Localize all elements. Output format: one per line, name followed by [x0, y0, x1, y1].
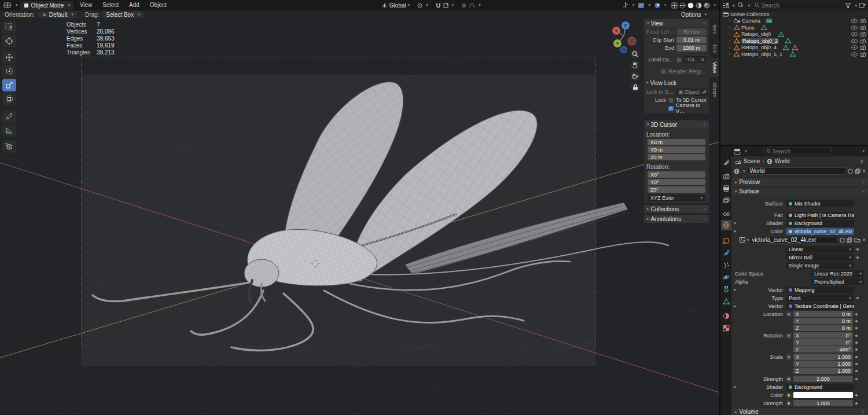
open-folder-icon[interactable] — [854, 237, 860, 243]
display-mode-icon[interactable] — [722, 2, 729, 9]
mesh-data-icon[interactable] — [785, 38, 791, 43]
properties-options-caret[interactable]: ▾ — [862, 149, 865, 153]
keyframe-decorator[interactable] — [786, 311, 792, 317]
hide-eye-icon[interactable] — [851, 45, 858, 50]
volume-panel-header[interactable]: ▸Volume≡ — [731, 407, 868, 415]
properties-search-input[interactable] — [773, 148, 829, 155]
cursor-loc-x[interactable]: X0 m — [648, 139, 705, 145]
collections-panel-header[interactable]: ▸Collections≡ — [644, 205, 709, 213]
mesh-extra-icon[interactable] — [792, 45, 798, 50]
tab-view-layer[interactable] — [721, 196, 731, 206]
shader1-field[interactable]: Background — [786, 220, 854, 227]
shading-rendered-icon[interactable] — [704, 2, 710, 9]
to-3d-cursor-checkbox[interactable] — [668, 98, 674, 103]
type-dropdown[interactable]: Point▾ — [786, 295, 854, 302]
breadcrumb-world[interactable]: World — [775, 158, 790, 164]
tab-object-data[interactable] — [721, 296, 731, 307]
unlink-icon[interactable]: × — [862, 168, 866, 174]
outliner-row-retopo-obj0-4[interactable]: › Retopo_obj0_4 — [720, 45, 868, 52]
color1-field[interactable]: victoria_curve_02_4k.exr — [786, 228, 854, 235]
magnet-icon[interactable] — [435, 2, 442, 9]
map-location-x[interactable]: X0 m — [793, 311, 853, 317]
zoom-button[interactable] — [630, 49, 640, 59]
expand-icon[interactable]: › — [727, 19, 732, 24]
shading-wireframe-icon[interactable] — [671, 2, 678, 9]
outliner-row-retopo-obj0-5-1[interactable]: › Retopo_obj0_5_1 — [720, 51, 868, 58]
shading-solid-icon[interactable] — [687, 2, 694, 9]
pin-icon[interactable] — [859, 159, 865, 164]
local-camera-checkbox[interactable] — [676, 57, 682, 63]
tab-physics[interactable] — [721, 272, 731, 282]
view-lock-header[interactable]: View Lock — [650, 80, 676, 86]
shading-wireframe2-icon[interactable] — [679, 2, 686, 9]
collapse-caret[interactable]: ▾ — [734, 288, 736, 292]
tab-object[interactable] — [721, 236, 731, 246]
tab-world[interactable] — [721, 220, 731, 230]
colorspace-dropdown[interactable]: Linear Rec.2020▾ — [811, 270, 865, 277]
copy-datablock-icon[interactable] — [847, 237, 852, 243]
tab-constraints[interactable] — [721, 284, 731, 295]
render-region-checkbox[interactable] — [661, 69, 666, 74]
cursor-rot-y[interactable]: Y0° — [648, 179, 705, 185]
outliner-row-plane[interactable]: › Plane — [720, 24, 868, 31]
tab-particles[interactable] — [721, 260, 731, 270]
tool-annotate[interactable] — [2, 110, 16, 123]
menu-select[interactable]: Select — [98, 1, 123, 10]
tool-add-cube[interactable] — [2, 140, 16, 153]
keyframe-decorator[interactable] — [786, 333, 792, 339]
map-scale-x[interactable]: X1.000 — [793, 354, 853, 360]
preview-panel-header[interactable]: ▸Preview≡ — [731, 178, 868, 186]
interpolation-dropdown[interactable]: Linear▾ — [786, 246, 854, 253]
expand-icon[interactable]: › — [727, 45, 732, 50]
show-gizmo-icon[interactable] — [622, 2, 629, 9]
cursor-loc-y[interactable]: Y0 m — [648, 146, 705, 153]
gizmo-neg-z-axis[interactable] — [621, 47, 627, 53]
proportional-edit-icon[interactable] — [461, 2, 467, 9]
render-visibility-icon[interactable] — [860, 25, 866, 30]
orientation-dropdown[interactable]: Default▾ — [38, 11, 77, 18]
tab-texture[interactable] — [721, 323, 731, 333]
hide-eye-icon[interactable] — [851, 32, 858, 36]
focal-length-field[interactable]: 50 mm — [677, 28, 707, 35]
alpha-dropdown[interactable]: Premultiplied▾ — [811, 278, 865, 285]
render-visibility-icon[interactable] — [860, 52, 866, 57]
mode-dropdown[interactable]: Object Mode▾ — [20, 1, 73, 10]
fake-user-shield-icon[interactable] — [848, 168, 853, 174]
fac-field[interactable]: Light Path | Is Camera Ray — [786, 212, 854, 219]
mesh-data-icon[interactable] — [761, 25, 767, 30]
camera-data-icon[interactable] — [766, 18, 773, 24]
keyframe-decorator[interactable] — [786, 354, 792, 360]
tool-rotate[interactable] — [2, 65, 16, 78]
map-rotation-z[interactable]: Z-486° — [793, 346, 853, 352]
editor-type-caret[interactable]: ▾ — [16, 3, 18, 8]
tab-material[interactable] — [721, 311, 731, 321]
tab-tool[interactable] — [721, 157, 731, 168]
properties-search[interactable] — [763, 148, 832, 155]
strength1-field[interactable]: 2.000 — [793, 376, 853, 382]
render-visibility-icon[interactable] — [860, 39, 866, 43]
world-name-field[interactable]: World — [747, 167, 847, 175]
pan-button[interactable] — [630, 60, 640, 70]
filter-objects-icon[interactable] — [738, 2, 745, 9]
shader2-field[interactable]: Background — [786, 384, 854, 391]
cursor-rot-z[interactable]: Z0° — [648, 186, 705, 193]
view-panel-header[interactable]: ▾View≡ — [644, 19, 709, 27]
tool-measure[interactable] — [2, 124, 16, 137]
annotations-panel-header[interactable]: ▸Annotations≡ — [644, 215, 709, 223]
lock-view-button[interactable] — [630, 82, 640, 92]
hide-eye-icon[interactable] — [851, 52, 858, 57]
breadcrumb-scene[interactable]: Scene — [744, 158, 760, 164]
expand-icon[interactable]: › — [727, 52, 732, 57]
world-datablock-icon[interactable] — [734, 168, 740, 174]
sidebar-tab-view[interactable]: View — [709, 58, 719, 77]
render-visibility-icon[interactable] — [860, 19, 866, 23]
color2-swatch[interactable] — [793, 392, 853, 398]
map-location-y[interactable]: Y0 m — [793, 318, 853, 324]
filter-funnel-icon[interactable] — [845, 3, 851, 9]
map-scale-z[interactable]: Z1.000 — [793, 368, 853, 374]
tab-render[interactable] — [721, 171, 731, 182]
camera-to-view-checkbox[interactable]: ✓ — [668, 106, 674, 111]
surface-shader-field[interactable]: Mix Shader — [786, 200, 854, 207]
clip-start-field[interactable]: 0.01 m — [676, 36, 707, 43]
cursor-panel-header[interactable]: ▾3D Cursor≡ — [644, 120, 709, 128]
